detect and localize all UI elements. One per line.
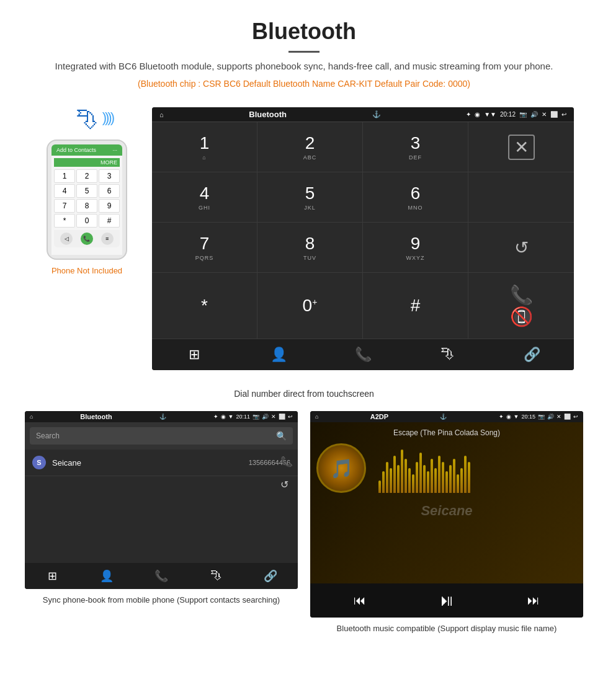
dial-sub-3: DEF bbox=[409, 154, 422, 161]
dial-sub-7: PQRS bbox=[195, 255, 214, 261]
dial-key-9[interactable]: 9 WXYZ bbox=[363, 223, 468, 273]
phone-key-star[interactable]: * bbox=[54, 214, 75, 228]
phone-key-9[interactable]: 9 bbox=[99, 199, 120, 213]
phone-key-2[interactable]: 2 bbox=[76, 169, 97, 183]
ms-back-icon[interactable]: ↩ bbox=[573, 414, 578, 420]
next-btn[interactable]: ⏭ bbox=[527, 593, 540, 608]
dial-num-8: 8 bbox=[305, 234, 315, 254]
contact-name: Seicane bbox=[52, 458, 249, 467]
dial-key-star[interactable]: * bbox=[152, 273, 257, 339]
backspace-icon: ✕ bbox=[508, 135, 535, 160]
contact-row-seicane[interactable]: S Seicane 13566664466 bbox=[25, 450, 298, 476]
play-pause-btn[interactable]: ⏯ bbox=[439, 591, 455, 610]
phone-device-image: Add to Contacts ··· MORE 1 2 3 4 5 6 7 8… bbox=[47, 140, 127, 260]
dial-key-refresh[interactable]: ↺ bbox=[468, 223, 574, 273]
phone-key-6[interactable]: 6 bbox=[99, 184, 120, 198]
phone-menu-btn[interactable]: ≡ bbox=[101, 233, 114, 245]
dial-key-6[interactable]: 6 MNO bbox=[363, 172, 468, 223]
ms-loc-icon: ◉ bbox=[506, 414, 511, 420]
dial-num-3: 3 bbox=[411, 133, 421, 153]
viz-bar bbox=[453, 459, 455, 493]
search-placeholder: Search bbox=[36, 432, 60, 440]
pb-dialpad-icon[interactable]: ⊞ bbox=[25, 569, 79, 583]
viz-bar bbox=[405, 459, 407, 493]
phonebook-search-area: Search 🔍 bbox=[25, 422, 298, 450]
call-red-icon[interactable]: 📵 bbox=[510, 306, 533, 327]
call-green-icon[interactable]: 📞 bbox=[510, 284, 533, 306]
dial-key-8[interactable]: 8 TUV bbox=[257, 223, 363, 273]
viz-bar bbox=[416, 462, 418, 493]
link-icon[interactable]: 🔗 bbox=[490, 347, 574, 363]
page-specs: (Bluetooth chip : CSR BC6 Default Blueto… bbox=[12, 79, 596, 89]
side-refresh-icon[interactable]: ↺ bbox=[280, 479, 293, 490]
pb-status-icons: ✦ ◉ ▼ 20:11 📷 🔊 ✕ ⬜ ↩ bbox=[213, 414, 293, 420]
refresh-icon: ↺ bbox=[514, 237, 529, 258]
phone-key-0[interactable]: 0 bbox=[76, 214, 97, 228]
pb-close-icon[interactable]: ✕ bbox=[271, 414, 276, 420]
ms-home-icon[interactable]: ⌂ bbox=[315, 414, 318, 420]
bluetooth-status-icon: ✦ bbox=[466, 111, 471, 118]
pb-home-icon[interactable]: ⌂ bbox=[30, 414, 33, 420]
phone-call-indicator: MORE bbox=[54, 158, 120, 167]
bluetooth-icon[interactable]: ⮷ bbox=[405, 347, 490, 363]
ms-bt-icon: ✦ bbox=[499, 414, 504, 420]
phone-key-4[interactable]: 4 bbox=[54, 184, 75, 198]
ms-usb-icon: ⚓ bbox=[440, 414, 447, 420]
viz-bar bbox=[386, 462, 388, 493]
prev-btn[interactable]: ⏮ bbox=[354, 593, 366, 608]
ms-win-icon[interactable]: ⬜ bbox=[564, 414, 571, 420]
viz-bar bbox=[442, 462, 444, 493]
contact-avatar-s: S bbox=[32, 456, 46, 469]
dialpad-icon[interactable]: ⊞ bbox=[152, 347, 236, 363]
phone-key-hash[interactable]: # bbox=[99, 214, 120, 228]
phone-add-contacts: Add to Contacts bbox=[56, 147, 96, 153]
music-controls: ⏮ ⏯ ⏭ bbox=[310, 583, 583, 618]
phone-icon[interactable]: 📞 bbox=[321, 347, 405, 363]
pb-phone-icon[interactable]: 📞 bbox=[134, 569, 189, 583]
android-bottombar: ⊞ 👤 📞 ⮷ 🔗 bbox=[152, 339, 574, 370]
search-icon: 🔍 bbox=[276, 431, 287, 441]
side-call-icon[interactable]: 📞 bbox=[280, 456, 293, 467]
ms-cam-icon: 📷 bbox=[538, 414, 545, 420]
signal-icon: ▼▼ bbox=[484, 111, 496, 118]
pb-back-icon[interactable]: ↩ bbox=[288, 414, 293, 420]
music-visualizer bbox=[378, 443, 577, 493]
album-art: 🎵 bbox=[316, 443, 366, 493]
phone-back-btn[interactable]: ◁ bbox=[60, 233, 73, 245]
phone-call-btn[interactable]: 📞 bbox=[81, 233, 93, 245]
phone-key-7[interactable]: 7 bbox=[54, 199, 75, 213]
dial-sub-5: JKL bbox=[304, 205, 316, 211]
phone-key-8[interactable]: 8 bbox=[76, 199, 97, 213]
viz-bar bbox=[397, 465, 400, 493]
dial-key-hash[interactable]: # bbox=[363, 273, 468, 339]
pb-user-icon[interactable]: 👤 bbox=[79, 569, 134, 583]
dial-key-0[interactable]: 0+ bbox=[257, 273, 363, 339]
dial-key-1[interactable]: 1 ⌂ bbox=[152, 122, 257, 172]
viz-bar bbox=[460, 468, 463, 493]
dial-key-2[interactable]: 2 ABC bbox=[257, 122, 363, 172]
home-icon[interactable]: ⌂ bbox=[159, 111, 164, 118]
ms-vol-icon: 🔊 bbox=[547, 414, 554, 420]
dial-key-4[interactable]: 4 GHI bbox=[152, 172, 257, 223]
ms-close-icon[interactable]: ✕ bbox=[557, 414, 561, 420]
phonebook-caption-text: Sync phone-book from mobile phone (Suppo… bbox=[43, 595, 280, 605]
back-icon[interactable]: ↩ bbox=[561, 111, 566, 118]
phone-key-5[interactable]: 5 bbox=[76, 184, 97, 198]
pb-loc-icon: ◉ bbox=[221, 414, 226, 420]
phone-key-1[interactable]: 1 bbox=[54, 169, 75, 183]
window-icon[interactable]: ⬜ bbox=[550, 111, 558, 118]
pb-link-icon[interactable]: 🔗 bbox=[243, 569, 298, 583]
ms-sig-icon: ▼ bbox=[514, 414, 519, 420]
dial-key-3[interactable]: 3 DEF bbox=[363, 122, 468, 172]
phone-key-3[interactable]: 3 bbox=[99, 169, 120, 183]
pb-win-icon[interactable]: ⬜ bbox=[279, 414, 285, 420]
search-input-field[interactable]: Search 🔍 bbox=[30, 427, 293, 445]
close-icon[interactable]: ✕ bbox=[542, 111, 547, 118]
viz-bar bbox=[412, 474, 414, 493]
pb-bt-btn-icon[interactable]: ⮷ bbox=[189, 569, 243, 583]
music-screen-wrap: ⌂ A2DP ⚓ ✦ ◉ ▼ 20:15 📷 🔊 ✕ ⬜ ↩ Escape (T… bbox=[310, 411, 583, 635]
dial-key-7[interactable]: 7 PQRS bbox=[152, 223, 257, 273]
dial-key-5[interactable]: 5 JKL bbox=[257, 172, 363, 223]
dial-key-backspace[interactable]: ✕ bbox=[468, 122, 574, 172]
contacts-icon[interactable]: 👤 bbox=[236, 347, 321, 363]
